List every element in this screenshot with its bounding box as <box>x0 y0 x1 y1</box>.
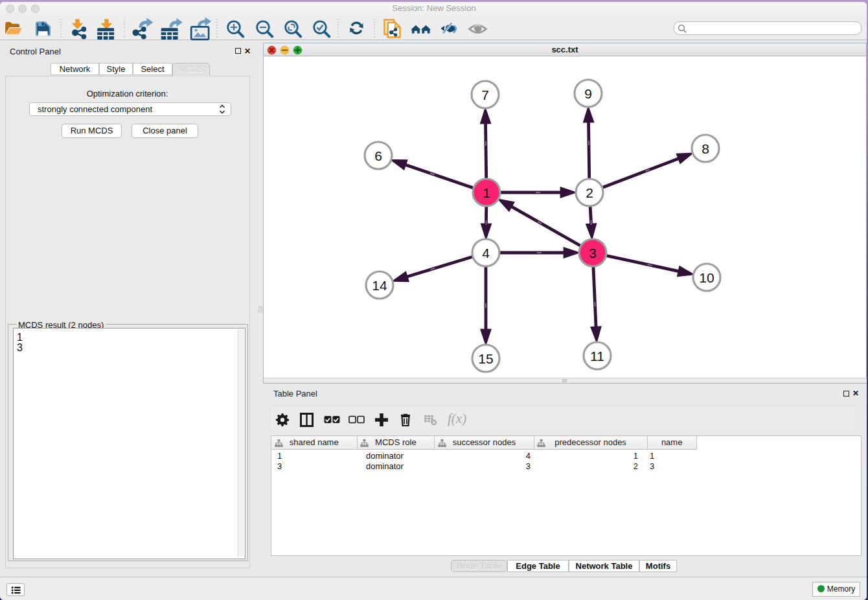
svg-text:15: 15 <box>478 351 493 366</box>
svg-text:2: 2 <box>586 185 593 200</box>
svg-text:10: 10 <box>699 270 714 285</box>
svg-text:1: 1 <box>483 185 490 200</box>
svg-text:11: 11 <box>590 349 604 363</box>
svg-text:6: 6 <box>374 148 382 163</box>
svg-text:3: 3 <box>589 246 597 260</box>
svg-text:9: 9 <box>584 86 592 101</box>
svg-text:4: 4 <box>482 246 490 260</box>
svg-text:8: 8 <box>702 141 709 156</box>
svg-text:14: 14 <box>372 278 387 293</box>
svg-text:7: 7 <box>481 87 489 102</box>
